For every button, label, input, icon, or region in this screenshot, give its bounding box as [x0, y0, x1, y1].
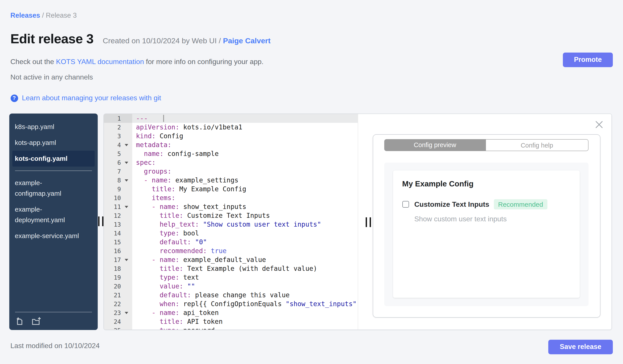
gutter-line-number: 6 — [104, 158, 132, 167]
recommended-badge: Recommended — [494, 199, 547, 209]
code-line: type: password — [132, 326, 357, 329]
file-item[interactable]: example-configmap.yaml — [9, 175, 98, 202]
preview-resize-handle[interactable] — [365, 217, 371, 227]
yaml-editor: 1234567891011121314151617181920212223242… — [104, 114, 358, 329]
doc-hint-line: Check out the KOTS YAML documentation fo… — [10, 58, 264, 66]
code-line: metadata: — [132, 141, 357, 149]
channel-status-text: Not active in any channels — [10, 73, 93, 81]
created-text: Created on 10/10/2024 by Web UI / — [103, 37, 221, 45]
title-row: Edit release 3 Created on 10/10/2024 by … — [10, 31, 271, 46]
gutter-line-number: 3 — [104, 132, 132, 141]
code-line: title: Text Example (with default value) — [132, 264, 357, 273]
code-line: recommended: true — [132, 246, 357, 255]
kots-doc-link[interactable]: KOTS YAML documentation — [56, 58, 144, 65]
add-folder-icon[interactable] — [31, 317, 41, 326]
gutter-line-number: 21 — [104, 291, 132, 300]
gutter-line-number: 13 — [104, 220, 132, 229]
gutter-line-number: 20 — [104, 282, 132, 291]
last-modified-text: Last modified on 10/10/2024 — [10, 342, 100, 350]
file-item[interactable]: kots-config.yaml — [12, 151, 95, 166]
gutter-line-number: 2 — [104, 123, 132, 132]
git-releases-link[interactable]: Learn about managing your releases with … — [22, 94, 161, 102]
file-item[interactable]: kots-app.yaml — [9, 135, 98, 151]
gutter-line-number: 18 — [104, 264, 132, 273]
gutter-line-number: 17 — [104, 255, 132, 264]
code-line: - name: example_default_value — [132, 255, 357, 264]
gutter-line-number: 9 — [104, 185, 132, 194]
gutter-line-number: 15 — [104, 238, 132, 246]
code-line: title: API token — [132, 317, 357, 326]
config-render-zone: My Example Config Customize Text Inputs … — [384, 162, 588, 306]
code-line: default: "0" — [132, 238, 357, 246]
doc-hint-suffix: for more info on configuring your app. — [144, 58, 264, 65]
gutter-line-number: 24 — [104, 317, 132, 326]
code-line: type: bool — [132, 229, 357, 238]
code-line: - name: show_text_inputs — [132, 202, 357, 211]
gutter-line-number: 23 — [104, 308, 132, 317]
gutter-line-number: 14 — [104, 229, 132, 238]
release-editor-panel: 1234567891011121314151617181920212223242… — [103, 114, 612, 330]
config-preview-pane: Config preview Config help My Example Co… — [358, 114, 611, 329]
gutter-line-number: 25 — [104, 326, 132, 330]
fold-arrow-icon[interactable] — [124, 179, 128, 182]
config-item-row: Customize Text Inputs Recommended — [402, 199, 579, 209]
fold-arrow-icon[interactable] — [124, 259, 128, 261]
file-list: k8s-app.yamlkots-app.yamlkots-config.yam… — [9, 114, 98, 244]
gutter-line-number: 11 — [104, 202, 132, 211]
git-help-row: ? Learn about managing your releases wit… — [10, 94, 161, 102]
add-file-icon[interactable] — [15, 317, 24, 326]
gutter-line-number: 10 — [104, 194, 132, 202]
author-link[interactable]: Paige Calvert — [223, 37, 270, 45]
config-item-help-text: Show custom user text inputs — [414, 215, 579, 223]
fold-arrow-icon[interactable] — [124, 312, 128, 314]
config-group-card: My Example Config Customize Text Inputs … — [393, 170, 579, 298]
close-icon[interactable] — [595, 121, 603, 129]
edit-release-page: Releases / Release 3 Edit release 3 Crea… — [0, 0, 623, 364]
page-title: Edit release 3 — [10, 31, 93, 46]
code-line: - name: example_settings — [132, 176, 357, 185]
created-meta: Created on 10/10/2024 by Web UI / Paige … — [103, 37, 271, 45]
file-tree-sidebar: k8s-app.yamlkots-app.yamlkots-config.yam… — [9, 114, 98, 330]
text-cursor — [163, 115, 164, 122]
doc-hint-prefix: Check out the — [10, 58, 56, 65]
tab-config-help[interactable]: Config help — [486, 139, 588, 151]
code-line: when: repl{{ ConfigOptionEquals "show_te… — [132, 300, 357, 308]
gutter-line-number: 12 — [104, 211, 132, 220]
breadcrumb-current: Release 3 — [46, 12, 77, 19]
config-preview-card: Config preview Config help My Example Co… — [373, 134, 600, 318]
config-checkbox[interactable] — [402, 201, 409, 208]
config-item-label: Customize Text Inputs — [414, 200, 489, 208]
code-line: - name: api_token — [132, 308, 357, 317]
promote-button[interactable]: Promote — [563, 52, 613, 67]
gutter-line-number: 5 — [104, 149, 132, 158]
gutter-line-number: 4 — [104, 141, 132, 149]
code-line: apiVersion: kots.io/v1beta1 — [132, 123, 357, 132]
breadcrumb-separator: / — [42, 12, 46, 19]
code-line: title: Customize Text Inputs — [132, 211, 357, 220]
question-mark-icon: ? — [10, 94, 18, 102]
tab-config-preview[interactable]: Config preview — [384, 139, 486, 151]
code-line: help_text: "Show custom user text inputs… — [132, 220, 357, 229]
file-item[interactable]: example-deployment.yaml — [9, 202, 98, 228]
file-item[interactable]: example-service.yaml — [9, 228, 98, 244]
breadcrumb: Releases / Release 3 — [10, 12, 77, 20]
preview-tabs: Config preview Config help — [384, 139, 588, 151]
gutter-line-number: 19 — [104, 273, 132, 282]
sidebar-resize-handle[interactable] — [98, 217, 104, 226]
breadcrumb-releases-link[interactable]: Releases — [10, 12, 40, 19]
file-item[interactable]: k8s-app.yaml — [9, 119, 98, 135]
save-release-button[interactable]: Save release — [548, 340, 613, 354]
file-list-divider — [15, 170, 92, 171]
config-group-title: My Example Config — [402, 179, 579, 189]
fold-arrow-icon[interactable] — [124, 162, 128, 164]
code-line: spec: — [132, 158, 357, 167]
fold-arrow-icon[interactable] — [124, 144, 128, 146]
fold-arrow-icon[interactable] — [124, 206, 128, 208]
code-editor-area[interactable]: ---apiVersion: kots.io/v1beta1kind: Conf… — [132, 114, 357, 329]
code-line: name: config-sample — [132, 149, 357, 158]
gutter-line-number: 22 — [104, 300, 132, 308]
code-line: value: "" — [132, 282, 357, 291]
code-line: title: My Example Config — [132, 185, 357, 194]
code-line: groups: — [132, 167, 357, 176]
code-line: --- — [132, 114, 357, 123]
